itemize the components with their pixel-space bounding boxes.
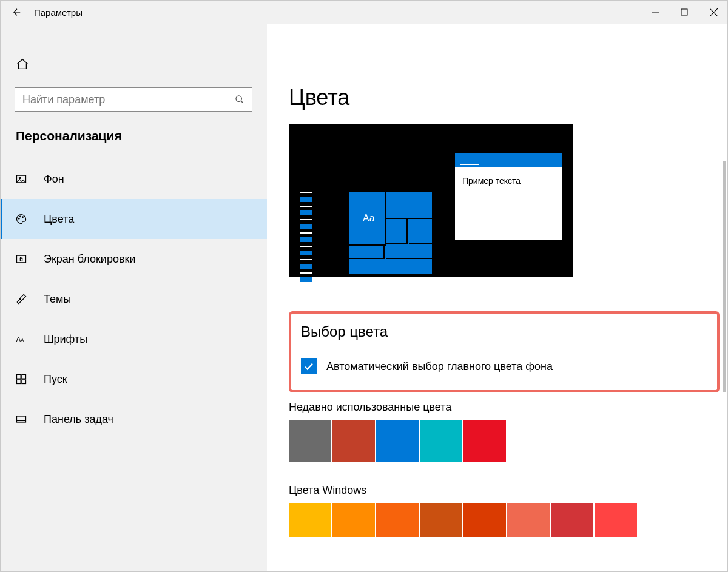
recent-colors-row (289, 420, 718, 462)
scrollbar-thumb[interactable] (723, 161, 726, 392)
color-swatch[interactable] (507, 503, 550, 537)
color-swatch[interactable] (463, 503, 506, 537)
color-swatch[interactable] (289, 420, 331, 462)
start-icon (12, 373, 30, 385)
close-icon (710, 8, 718, 16)
auto-color-checkbox[interactable]: Автоматический выбор главного цвета фона (301, 358, 707, 374)
svg-rect-15 (17, 375, 21, 379)
minimize-icon (652, 8, 659, 16)
taskbar-icon (12, 413, 30, 425)
nav-item-label: Шрифты (44, 333, 87, 346)
nav-item-label: Фон (44, 173, 64, 186)
nav-taskbar[interactable]: Панель задач (0, 399, 267, 439)
color-swatch[interactable] (289, 503, 331, 537)
svg-point-4 (236, 96, 241, 101)
arrow-left-icon (12, 7, 22, 18)
color-swatch[interactable] (376, 420, 419, 462)
preview-sample-text: Пример текста (455, 167, 562, 194)
font-icon: AA (12, 333, 30, 345)
color-swatch[interactable] (420, 420, 462, 462)
window-titlebar: Параметры (0, 0, 728, 24)
color-swatch[interactable] (376, 503, 419, 537)
highlight-annotation: Выбор цвета Автоматический выбор главног… (289, 311, 720, 392)
nav-item-label: Темы (44, 293, 71, 306)
color-swatch[interactable] (551, 503, 593, 537)
section-title: Персонализация (0, 129, 267, 143)
close-button[interactable] (699, 0, 728, 24)
nav-background[interactable]: Фон (0, 159, 267, 199)
search-input[interactable] (15, 93, 228, 106)
main-content: Цвета Aa Пример текста Выбор цвета Автом… (267, 24, 728, 572)
palette-icon (12, 213, 30, 225)
nav-lockscreen[interactable]: Экран блокировки (0, 239, 267, 279)
search-icon (228, 95, 252, 104)
theme-preview: Aa Пример текста (289, 124, 573, 277)
home-icon (16, 58, 29, 71)
color-swatch[interactable] (595, 503, 637, 537)
nav-fonts[interactable]: AA Шрифты (0, 319, 267, 359)
recent-colors-heading: Недавно использованные цвета (289, 401, 718, 414)
color-pick-heading: Выбор цвета (301, 323, 707, 340)
nav-colors[interactable]: Цвета (0, 199, 267, 239)
svg-rect-18 (22, 380, 26, 384)
svg-line-5 (241, 101, 243, 103)
checkbox-checked-icon (301, 358, 317, 374)
svg-point-9 (20, 216, 21, 217)
svg-rect-12 (20, 258, 22, 261)
auto-color-label: Автоматический выбор главного цвета фона (326, 360, 553, 373)
svg-text:A: A (21, 337, 24, 343)
svg-rect-16 (22, 375, 26, 379)
page-title: Цвета (289, 85, 718, 110)
svg-rect-1 (681, 9, 687, 15)
nav-item-label: Экран блокировки (44, 253, 135, 266)
preview-taskbar (300, 192, 312, 291)
minimize-button[interactable] (641, 0, 670, 24)
svg-point-8 (18, 218, 19, 219)
maximize-icon (681, 8, 688, 16)
preview-aa-label: Aa (363, 213, 375, 224)
color-swatch[interactable] (332, 420, 375, 462)
windows-colors-heading: Цвета Windows (289, 484, 718, 497)
color-swatch[interactable] (332, 503, 375, 537)
window-title: Параметры (34, 7, 83, 18)
svg-point-10 (22, 217, 24, 218)
svg-rect-19 (17, 416, 26, 422)
paintbrush-icon (12, 293, 30, 305)
picture-icon (12, 173, 30, 185)
preview-start: Aa (349, 192, 432, 274)
svg-point-7 (19, 177, 21, 179)
svg-rect-11 (17, 255, 26, 263)
search-field[interactable] (15, 87, 252, 112)
nav-themes[interactable]: Темы (0, 279, 267, 319)
nav-start[interactable]: Пуск (0, 359, 267, 399)
home-button[interactable] (0, 51, 267, 78)
nav-item-label: Панель задач (44, 413, 113, 426)
maximize-button[interactable] (670, 0, 699, 24)
windows-colors-row (289, 503, 718, 537)
sidebar: Персонализация Фон Цвета Экран блокировк… (0, 24, 267, 572)
lockscreen-icon (12, 253, 30, 265)
preview-window: Пример текста (455, 153, 562, 240)
color-swatch[interactable] (420, 503, 462, 537)
nav-item-label: Цвета (44, 213, 74, 226)
color-swatch[interactable] (463, 420, 506, 462)
back-button[interactable] (0, 0, 34, 24)
nav-item-label: Пуск (44, 373, 67, 386)
svg-rect-17 (17, 380, 21, 384)
